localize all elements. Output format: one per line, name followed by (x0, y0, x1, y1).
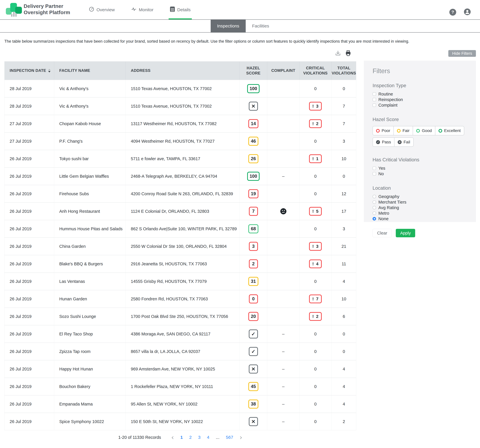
table-row[interactable]: 26 Jul 2019Hummus House Pitas and Salads… (5, 220, 356, 237)
tab-inspections[interactable]: Inspections (211, 20, 246, 32)
help-icon[interactable]: ? (449, 9, 456, 16)
hazel-score-cell: ✕ (240, 98, 267, 115)
segment-label: Fail (403, 140, 410, 144)
clear-button[interactable]: Clear (373, 229, 392, 237)
critical-violations-option-no[interactable]: No (373, 171, 476, 177)
total-violations-cell: 10 (331, 150, 356, 167)
location-option-avg-rating[interactable]: Avg Rating (373, 205, 476, 210)
column-header-address[interactable]: Address (126, 62, 240, 80)
hazel-score-cell: 31 (240, 273, 267, 290)
tab-facilities[interactable]: Facilities (246, 20, 276, 32)
location-option-none[interactable]: None (373, 216, 476, 221)
facility-name-cell: Hummus House Pitas and Salads (54, 220, 126, 237)
column-header-total-violations[interactable]: Total Violations (331, 62, 356, 80)
filters-title: Filters (373, 67, 476, 75)
radio-icon[interactable] (373, 200, 376, 204)
location-option-merchant-tiers[interactable]: Merchant Tiers (373, 199, 476, 205)
complaint-cell (267, 80, 299, 97)
table-row[interactable]: 28 Jul 2019Vic & Anthony's1510 Texas Ave… (5, 80, 356, 97)
hazel-score-cell: 46 (240, 133, 267, 150)
account-icon[interactable] (464, 8, 471, 16)
critical-violations-option-yes[interactable]: Yes (373, 165, 476, 171)
critical-violations-badge: !1 (309, 154, 322, 163)
page-link-4[interactable]: 4 (207, 435, 210, 440)
column-header-hazel-score[interactable]: Hazel Score (240, 62, 267, 80)
radio-icon[interactable] (373, 212, 376, 215)
page-link-3[interactable]: 3 (198, 435, 201, 440)
table-row[interactable]: 26 Jul 2019Zpizza Tap room8657 villa la … (5, 342, 356, 360)
table-row[interactable]: 26 Jul 2019Happy Hot Hunan969 Amsterdam … (5, 360, 356, 378)
option-label: Reinspection (378, 97, 403, 102)
hazel-score-cell: 100 (240, 80, 267, 97)
radio-icon[interactable] (373, 195, 376, 198)
table-row[interactable]: 26 Jul 2019Bouchon Bakery1 Rockefeller P… (5, 378, 356, 395)
page-link-1[interactable]: 1 (180, 435, 183, 440)
table-row[interactable]: 26 Jul 2019Firehouse Subs4200 Conroy Roa… (5, 185, 356, 202)
table-row[interactable]: 26 Jul 2019Sozo Sushi Lounge1700 Post Oa… (5, 307, 356, 325)
checkbox-icon[interactable] (373, 166, 376, 170)
column-header-complaint[interactable]: Complaint (267, 62, 299, 80)
radio-icon[interactable] (373, 206, 376, 209)
nav-item-overview[interactable]: Overview (88, 0, 116, 19)
hazel-filter-pass[interactable]: ✓Pass (373, 137, 395, 147)
checkbox-icon[interactable] (373, 103, 376, 107)
table-row[interactable]: 26 Jul 2019Blake's BBQ & Burgers2916 Jea… (5, 255, 356, 272)
complaint-cell: – (267, 395, 299, 413)
table-row[interactable]: 27 Jul 2019P.F. Chang's4094 Westheimer R… (5, 132, 356, 150)
segment-label: Poor (381, 128, 390, 133)
hazel-score-cell: 7 (240, 203, 267, 220)
page-ellipsis: ... (216, 435, 219, 440)
brand-title: Delivery Partner Oversight Platform (24, 3, 70, 15)
table-row[interactable]: 26 Jul 2019Spice Symphony 10022150 E 50t… (5, 413, 356, 430)
table-row[interactable]: 26 Jul 2019Little Gem Belgian Waffles246… (5, 167, 356, 185)
hazel-filter-poor[interactable]: Poor (373, 126, 394, 135)
nav-item-monitor[interactable]: Monitor (130, 0, 155, 19)
pager: ‹ 1234...567 › (171, 434, 242, 440)
checkbox-icon[interactable] (373, 98, 376, 101)
download-icon[interactable] (335, 50, 341, 57)
inspection-type-option-reinspection[interactable]: Reinspection (373, 97, 476, 102)
hazel-filter-fail[interactable]: ✕Fail (394, 137, 414, 147)
page-link-567[interactable]: 567 (226, 435, 233, 440)
total-violations-cell: 12 (331, 185, 356, 202)
table-row[interactable]: 26 Jul 2019Las Ventanas14555 Grisby Rd, … (5, 272, 356, 290)
column-header-facility-name[interactable]: Facility Name (54, 62, 126, 80)
top-bar-actions: ? (449, 8, 471, 16)
table-row[interactable]: 26 Jul 2019Tokyo sushi bar5711 e fowler … (5, 150, 356, 167)
hazel-filter-excellent[interactable]: Excellent (435, 126, 464, 135)
critical-violations-cell: !2 (299, 115, 331, 132)
table-row[interactable]: 28 Jul 2019Vic & Anthony's1510 Texas Ave… (5, 97, 356, 115)
inspection-type-option-complaint[interactable]: Complaint (373, 102, 476, 108)
hazel-score-badge: 7 (249, 207, 258, 216)
complaint-cell (267, 238, 299, 255)
table-row[interactable]: 26 Jul 2019China Garden2550 W Colonial D… (5, 237, 356, 255)
table-row[interactable]: 26 Jul 2019Anh Hong Restaurant1124 E Col… (5, 202, 356, 220)
inspection-type-option-routine[interactable]: Routine (373, 91, 476, 97)
total-violations-cell: 4 (331, 378, 356, 395)
checkbox-icon[interactable] (373, 92, 376, 96)
nav-item-details[interactable]: Details (169, 0, 192, 19)
checkbox-icon[interactable] (373, 172, 376, 176)
table-row[interactable]: 26 Jul 2019Empanada Mama95 Allen St, NEW… (5, 395, 356, 413)
prev-page-button[interactable]: ‹ (171, 434, 174, 440)
location-option-metro[interactable]: Metro (373, 210, 476, 216)
inspection-date-cell: 28 Jul 2019 (5, 80, 54, 97)
address-cell: 4386 Moraga Ave, SAN DIEGO, CA 92117 (126, 325, 240, 342)
hazel-filter-good[interactable]: Good (413, 126, 435, 135)
column-header-inspection-date[interactable]: Inspection Date (5, 62, 54, 80)
table-row[interactable]: 27 Jul 2019Chopan Kabob House13117 Westh… (5, 115, 356, 132)
hazel-filter-fair[interactable]: Fair (393, 126, 413, 135)
hazel-score-cell: 0 (240, 290, 267, 307)
address-cell: 2916 Jeanetta St, HOUSTON, TX 77063 (126, 255, 240, 272)
hide-filters-button[interactable]: Hide Filters (448, 50, 476, 57)
page-link-2[interactable]: 2 (189, 435, 192, 440)
table-row[interactable]: 26 Jul 2019El Rey Taco Shop4386 Moraga A… (5, 325, 356, 342)
location-option-geography[interactable]: Geography (373, 194, 476, 199)
apply-button[interactable]: Apply (396, 229, 415, 237)
column-header-critical-violations[interactable]: Critical Violations (299, 62, 331, 80)
complaint-cell (267, 203, 299, 220)
table-row[interactable]: 26 Jul 2019Hunan Garden2580 Fondren Rd, … (5, 290, 356, 307)
next-page-button[interactable]: › (240, 434, 242, 440)
radio-icon[interactable] (373, 217, 376, 220)
print-icon[interactable] (345, 50, 352, 57)
